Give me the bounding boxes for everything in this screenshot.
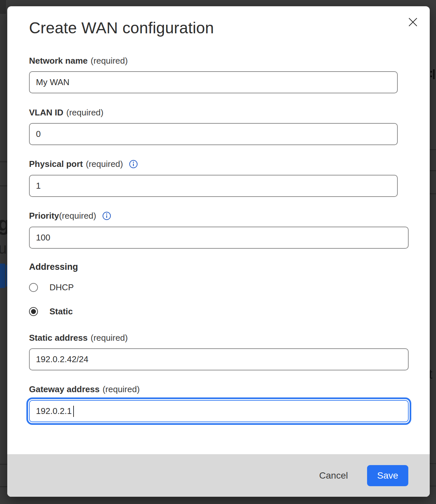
gateway-address-label: Gateway address (required) (29, 384, 140, 395)
priority-label: Priority (required) (29, 210, 111, 221)
background-text: u (0, 239, 7, 257)
info-icon[interactable] (129, 160, 138, 169)
close-button[interactable] (405, 14, 421, 30)
background-divider (430, 149, 436, 150)
radio-dhcp[interactable]: DHCP (29, 281, 74, 294)
info-icon[interactable] (102, 211, 111, 220)
physical-port-input[interactable] (29, 175, 398, 197)
radio-circle-icon (29, 283, 38, 292)
background-divider (0, 185, 7, 186)
vlan-id-label: VLAN ID (required) (29, 107, 104, 118)
background-fragment (0, 0, 6, 14)
addressing-heading: Addressing (29, 262, 78, 272)
radio-circle-checked-icon (29, 307, 38, 316)
background-button-fragment (0, 264, 5, 288)
dimmed-background: g u t Create WAN configuration Network n… (0, 0, 436, 504)
background-divider (0, 464, 7, 465)
background-divider (0, 486, 7, 487)
static-address-input[interactable] (29, 348, 409, 370)
network-name-label: Network name (required) (29, 55, 128, 66)
page-title: Create WAN configuration (29, 19, 214, 37)
radio-static[interactable]: Static (29, 305, 73, 318)
close-icon (408, 17, 418, 28)
text-cursor (73, 406, 74, 417)
gateway-address-input[interactable] (29, 400, 409, 422)
cancel-button[interactable]: Cancel (315, 468, 353, 484)
dialog-footer: Cancel Save (7, 454, 430, 497)
network-name-input[interactable] (29, 71, 398, 93)
background-divider (430, 170, 436, 171)
priority-input[interactable] (29, 227, 409, 249)
save-button[interactable]: Save (367, 465, 408, 486)
background-divider (430, 486, 436, 487)
background-divider (430, 193, 436, 194)
vlan-id-input[interactable] (29, 123, 398, 145)
background-divider (0, 161, 7, 162)
static-address-label: Static address (required) (29, 332, 128, 343)
background-glyph (430, 71, 432, 73)
create-wan-dialog: Create WAN configuration Network name (r… (7, 6, 430, 497)
gateway-address-field (29, 400, 409, 422)
background-glyph (430, 76, 432, 77)
background-glyph (433, 69, 435, 79)
background-divider (430, 463, 436, 464)
physical-port-label: Physical port (required) (29, 158, 138, 170)
